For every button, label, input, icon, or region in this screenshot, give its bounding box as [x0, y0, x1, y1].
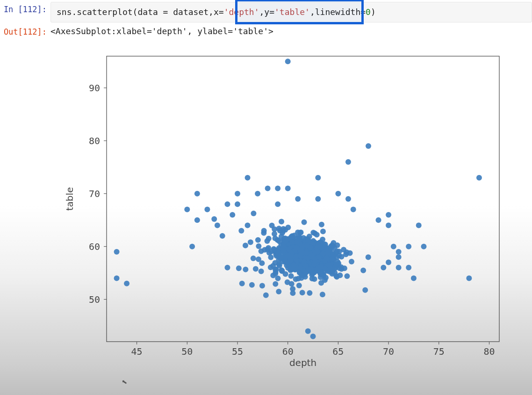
scatter-point — [238, 228, 244, 234]
x-tick-label: 45 — [131, 346, 143, 357]
output-cell: Out[112]: <AxesSubplot:xlabel='depth', y… — [0, 22, 532, 37]
scatter-point — [416, 222, 422, 228]
scatter-point — [285, 185, 291, 191]
scatter-point — [235, 191, 240, 197]
code-seg: , — [259, 7, 265, 17]
scatter-point — [291, 263, 296, 268]
scatter-point — [396, 265, 402, 271]
scatter-point — [245, 222, 251, 228]
scatter-point — [280, 230, 285, 235]
scatter-point — [391, 244, 396, 249]
scatter-point — [256, 243, 261, 249]
scatter-point — [275, 185, 280, 191]
scatter-point — [194, 191, 200, 197]
x-tick-label: 75 — [433, 346, 445, 357]
scatter-point — [314, 232, 320, 237]
scatter-point — [239, 281, 245, 286]
scatter-point — [296, 283, 302, 288]
scatter-point — [317, 244, 323, 249]
scatter-point — [288, 273, 294, 279]
scatter-point — [243, 267, 248, 272]
scatter-point — [204, 207, 210, 212]
chart-output: 45505560657075805060708090depthtable — [50, 51, 532, 370]
scatter-point — [265, 238, 270, 244]
scatter-point — [285, 59, 291, 64]
scatter-point — [334, 262, 339, 267]
scatter-point — [255, 237, 261, 243]
scatter-point — [323, 275, 329, 280]
scatter-point — [224, 201, 230, 207]
cursor-icon: ⬉ — [121, 376, 128, 388]
y-tick-label: 90 — [89, 82, 100, 94]
code-seg: 0 — [366, 7, 371, 17]
x-tick-label: 50 — [181, 346, 193, 357]
scatter-point — [279, 268, 285, 273]
scatter-point — [345, 159, 351, 165]
x-tick-label: 70 — [383, 346, 394, 357]
input-cell: In [112]: sns.scatterplot(data = dataset… — [0, 0, 532, 22]
scatter-point — [256, 256, 261, 262]
scatter-point — [411, 275, 417, 281]
scatter-point — [124, 281, 129, 286]
scatter-point — [366, 255, 371, 260]
scatter-point — [381, 265, 386, 271]
scatter-point — [297, 230, 303, 236]
scatter-point — [307, 290, 312, 296]
scatter-point — [275, 201, 280, 207]
scatter-point — [312, 276, 317, 282]
scatter-point — [286, 253, 291, 258]
code-seg: = — [269, 7, 274, 17]
scatter-point — [305, 328, 311, 334]
scatter-point — [265, 185, 271, 191]
scatter-point — [263, 293, 269, 298]
scatter-point — [236, 265, 242, 271]
x-axis-label: depth — [289, 357, 316, 368]
scatter-point — [211, 216, 217, 222]
scatter-point — [343, 251, 349, 257]
scatter-point — [476, 175, 482, 181]
code-area[interactable]: sns.scatterplot(data = dataset,x='depth'… — [50, 2, 532, 22]
scatter-point — [329, 256, 335, 262]
scatter-point — [320, 229, 326, 234]
scatter-point — [280, 248, 286, 253]
scatter-point — [386, 260, 391, 265]
scatter-point — [331, 240, 336, 246]
scatter-point — [319, 222, 324, 227]
scatter-point — [310, 334, 316, 339]
scatter-point — [268, 255, 273, 260]
scatter-point — [276, 289, 281, 294]
code-seg: sns.scatterplot(data = dataset, — [57, 7, 214, 17]
scatter-point — [243, 243, 248, 249]
in-prompt: In [112]: — [0, 0, 50, 14]
y-tick-label: 60 — [89, 241, 100, 252]
scatter-point — [259, 269, 264, 274]
code-seg: 'depth' — [224, 7, 259, 17]
scatter-point — [273, 281, 278, 287]
scatter-point — [366, 143, 371, 149]
scatter-point — [194, 217, 200, 223]
scatter-point — [293, 254, 299, 259]
scatter-point — [261, 230, 266, 236]
scatter-point — [304, 243, 309, 249]
scatter-point — [289, 281, 295, 287]
scatter-point — [302, 219, 307, 225]
scatter-point — [276, 262, 282, 267]
scatter-point — [315, 196, 321, 202]
scatter-point — [406, 244, 411, 249]
scatter-point — [303, 263, 309, 269]
scatter-point — [235, 201, 240, 207]
scatter-point — [220, 233, 225, 239]
scatter-point — [290, 286, 295, 292]
scatter-point — [309, 253, 315, 258]
x-tick-label: 55 — [232, 346, 243, 357]
scatter-point — [259, 283, 265, 289]
scatter-point — [320, 292, 325, 297]
x-tick-label: 60 — [282, 346, 294, 357]
scatter-point — [362, 287, 368, 293]
y-tick-label: 70 — [89, 188, 100, 199]
code-box[interactable]: sns.scatterplot(data = dataset,x='depth'… — [50, 2, 532, 22]
scatter-point — [300, 290, 305, 295]
scatter-point — [344, 273, 350, 279]
scatter-point — [251, 256, 256, 261]
scatter-point — [275, 237, 281, 243]
